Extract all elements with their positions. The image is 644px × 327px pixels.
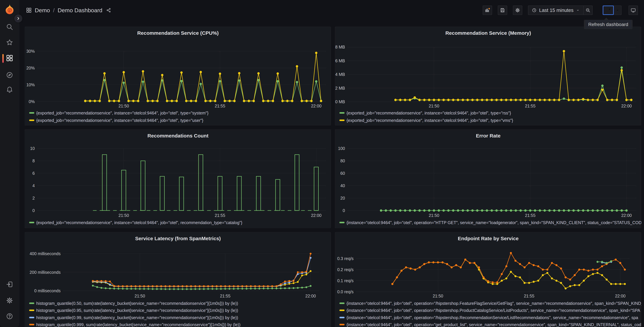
- sidebar-item-help[interactable]: [6, 312, 14, 320]
- share-icon[interactable]: [106, 8, 111, 13]
- dashboard-settings-button[interactable]: [513, 6, 522, 15]
- bar: [256, 176, 261, 211]
- bar: [295, 154, 299, 210]
- x-axis-tick: 21:50: [433, 294, 443, 298]
- refresh-controls: [603, 6, 622, 15]
- refresh-tooltip: Refresh dashboard: [584, 20, 632, 29]
- panel-recommendation-service-cpu-[interactable]: Recommendation Service (CPU%)0%10%20%30%…: [25, 27, 331, 126]
- legend-item[interactable]: histogram_quantile(0.95, sum(rate(latenc…: [29, 308, 238, 313]
- legend-item[interactable]: histogram_quantile(0.50, sum(rate(latenc…: [29, 301, 238, 306]
- legend-label: histogram_quantile(0.999, sum(rate(laten…: [36, 322, 240, 327]
- chart-canvas[interactable]: Recommendation Service (Memory)0 MB2 MB4…: [335, 27, 641, 126]
- time-range-controls: Last 15 minutes: [528, 6, 593, 15]
- bar: [198, 154, 203, 210]
- sidebar-item-starred[interactable]: [6, 38, 14, 46]
- y-axis-tick: 30%: [26, 49, 35, 54]
- x-axis-tick: 22:00: [615, 294, 626, 298]
- legend-label: histogram_quantile(0.95, sum(rate(latenc…: [36, 308, 238, 313]
- legend-label: {exported_job="recommendationservice", i…: [36, 118, 203, 123]
- time-range-label: Last 15 minutes: [539, 8, 574, 13]
- panel-title[interactable]: Error Rate: [476, 133, 501, 138]
- star-icon: [6, 39, 13, 46]
- y-axis-tick: 0.1 req/s: [337, 278, 354, 283]
- x-axis-tick: 21:55: [215, 104, 225, 108]
- legend-item[interactable]: {exported_job="recommendationservice", i…: [29, 220, 242, 225]
- tv-mode-button[interactable]: [628, 6, 638, 15]
- legend-item[interactable]: {exported_job="recommendationservice", i…: [340, 110, 511, 115]
- y-axis-tick: 0: [32, 208, 35, 213]
- tv-monitor-icon: [630, 8, 636, 13]
- time-range-picker[interactable]: Last 15 minutes: [528, 6, 583, 14]
- y-axis-tick: 2 MB: [335, 86, 345, 90]
- sign-in-icon: [6, 281, 13, 288]
- sidebar-item-explore[interactable]: [6, 71, 14, 79]
- chart-canvas[interactable]: Recommendations Count024681021:5021:5522…: [25, 130, 331, 228]
- refresh-interval-dropdown[interactable]: [614, 6, 622, 15]
- x-axis-tick: 22:00: [311, 104, 322, 108]
- grafana-logo[interactable]: [4, 3, 15, 14]
- panel-title[interactable]: Recommendations Count: [148, 133, 208, 138]
- legend-label: {exported_job="recommendationservice", i…: [346, 110, 511, 115]
- sidebar-expand-button[interactable]: [14, 14, 22, 22]
- panel-recommendations-count[interactable]: Recommendations Count024681021:5021:5522…: [25, 130, 331, 228]
- legend-label: {exported_job="recommendationservice", i…: [36, 110, 208, 115]
- sidebar-item-search[interactable]: [6, 23, 14, 31]
- legend-label: {instance="otelcol:9464", job="otel", op…: [346, 322, 641, 327]
- x-axis-tick: 22:00: [621, 213, 632, 218]
- save-dashboard-button[interactable]: [498, 6, 507, 15]
- y-axis-tick: 200 milliseconds: [30, 270, 60, 275]
- sidebar-item-alerting[interactable]: [6, 86, 14, 94]
- chart-canvas[interactable]: Endpoint Rate by Service0.0 req/s0.1 req…: [335, 232, 641, 327]
- y-axis-tick: 10: [30, 146, 35, 151]
- legend-item[interactable]: {instance="otelcol:9464", job="otel", op…: [340, 220, 641, 225]
- bar: [160, 176, 164, 211]
- sidebar-item-server-admin[interactable]: [6, 296, 14, 304]
- y-axis-tick: 4: [32, 183, 35, 188]
- panel-title[interactable]: Endpoint Rate by Service: [458, 236, 518, 241]
- panel-service-latency-from-spanmetrics-[interactable]: Service Latency (from SpanMetrics)0 mill…: [25, 232, 331, 327]
- x-axis-tick: 21:55: [220, 294, 230, 298]
- dashboards-grid-icon: [6, 54, 13, 62]
- legend-item[interactable]: {instance="otelcol:9464", job="otel", op…: [340, 322, 641, 327]
- zoom-out-button[interactable]: [583, 6, 592, 14]
- y-axis-tick: 0 milliseconds: [34, 288, 60, 293]
- bar: [179, 177, 184, 210]
- legend-item[interactable]: {instance="otelcol:9464", job="otel", op…: [340, 301, 641, 306]
- x-axis-tick: 21:55: [524, 294, 534, 298]
- sidebar-item-sign-in[interactable]: [6, 280, 14, 288]
- y-axis-tick: 400 milliseconds: [30, 251, 60, 256]
- legend-item[interactable]: histogram_quantile(0.999, sum(rate(laten…: [29, 322, 240, 327]
- x-axis-tick: 21:50: [118, 213, 129, 218]
- sidebar-item-dashboards[interactable]: [6, 54, 14, 62]
- y-axis-tick: 0 MB: [335, 100, 345, 104]
- legend-label: histogram_quantile(0.50, sum(rate(latenc…: [36, 301, 238, 306]
- breadcrumb-folder[interactable]: Demo: [35, 7, 50, 14]
- y-axis-tick: 0.3 req/s: [337, 256, 354, 261]
- breadcrumb-dashboard[interactable]: Demo Dashboard: [58, 7, 102, 14]
- chart-canvas[interactable]: Service Latency (from SpanMetrics)0 mill…: [25, 232, 331, 327]
- chevron-down-icon: [576, 8, 580, 12]
- y-axis-tick: 20: [340, 196, 345, 200]
- legend-label: {instance="otelcol:9464", job="otel", op…: [346, 315, 638, 320]
- save-floppy-icon: [500, 8, 505, 13]
- panel-recommendation-service-memory-[interactable]: Recommendation Service (Memory)0 MB2 MB4…: [335, 27, 641, 126]
- panel-endpoint-rate-by-service[interactable]: Endpoint Rate by Service0.0 req/s0.1 req…: [335, 232, 641, 327]
- legend-item[interactable]: {exported_job="recommendationservice", i…: [29, 110, 208, 115]
- chart-canvas[interactable]: Error Rate02040608010021:5021:5522:00{in…: [335, 130, 641, 228]
- add-panel-button[interactable]: [483, 6, 492, 15]
- panel-error-rate[interactable]: Error Rate02040608010021:5021:5522:00{in…: [335, 130, 641, 228]
- refresh-dashboard-button[interactable]: [603, 6, 614, 15]
- y-axis-tick: 0: [343, 208, 345, 213]
- y-axis-tick: 8 MB: [335, 45, 345, 49]
- panel-title[interactable]: Service Latency (from SpanMetrics): [135, 236, 221, 241]
- panel-title[interactable]: Recommendation Service (CPU%): [137, 30, 218, 36]
- legend-item[interactable]: {exported_job="recommendationservice", i…: [29, 118, 203, 123]
- legend-item[interactable]: {instance="otelcol:9464", job="otel", op…: [340, 315, 638, 320]
- panel-title[interactable]: Recommendation Service (Memory): [446, 30, 531, 36]
- add-panel-icon: [485, 8, 490, 13]
- chart-canvas[interactable]: Recommendation Service (CPU%)0%10%20%30%…: [25, 27, 331, 126]
- x-axis-tick: 21:55: [525, 104, 536, 108]
- legend-item[interactable]: {instance="otelcol:9464", job="otel", op…: [340, 308, 640, 313]
- legend-item[interactable]: histogram_quantile(0.99, sum(rate(latenc…: [29, 315, 238, 320]
- legend-item[interactable]: {exported_job="recommendationservice", i…: [340, 118, 513, 123]
